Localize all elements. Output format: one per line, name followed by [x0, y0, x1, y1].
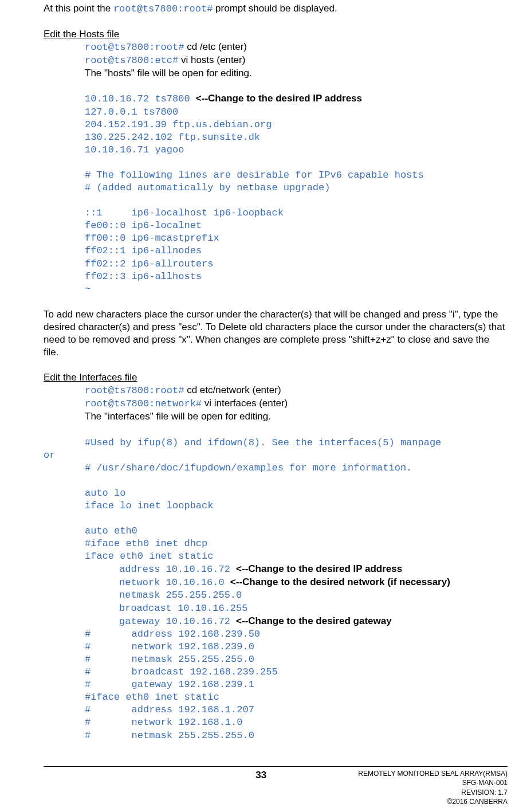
footer-copyright: ©2016 CANBERRA	[358, 797, 508, 806]
interfaces-file-line: #Used by ifup(8) and ifdown(8). See the …	[44, 436, 508, 449]
footer-title: REMOTELY MONITORED SEAL ARRAY(RMSA)	[358, 769, 508, 778]
interfaces-file-line: # address 192.168.239.50	[44, 628, 508, 641]
footer-doc: SFG-MAN-001	[358, 778, 508, 787]
hosts-file-line: ff00::0 ip6-mcastprefix	[44, 232, 508, 245]
interfaces-desc: The "interfaces" file will be open for e…	[44, 410, 508, 423]
hosts-cmd1: root@ts7800:root# cd /etc (enter)	[44, 41, 508, 54]
intro-suffix: prompt should be displayed.	[213, 3, 337, 14]
hosts-file-line: fe00::0 ip6-localnet	[44, 219, 508, 232]
interfaces-cmd2: root@ts7800:network# vi interfaces (ente…	[44, 397, 508, 410]
hosts-file-line: ff02::2 ip6-allrouters	[44, 258, 508, 270]
intro-prompt: root@ts7800:root#	[113, 3, 213, 14]
hosts-file-line: # The following lines are desirable for …	[44, 169, 508, 182]
hosts-file-line: 10.10.16.72 ts7800 <--Change to the desi…	[44, 92, 508, 105]
interfaces-file-line: # network 192.168.239.0	[44, 641, 508, 653]
interfaces-file-line: # /usr/share/doc/ifupdown/examples for m…	[44, 462, 508, 474]
footer-rev: REVISION: 1.7	[358, 788, 508, 797]
hosts-file-line: ff02::3 ip6-allhosts	[44, 270, 508, 283]
hosts-cmd2: root@ts7800:etc# vi hosts (enter)	[44, 54, 508, 67]
interfaces-file-line: #iface eth0 inet static	[44, 691, 508, 704]
vi-instructions: To add new characters place the cursor u…	[44, 308, 508, 359]
interfaces-file-line: # gateway 192.168.239.1	[44, 678, 508, 691]
interfaces-file-line: #iface eth0 inet dhcp	[44, 538, 508, 550]
interfaces-file-line: iface eth0 inet static	[44, 550, 508, 563]
hosts-file-line: 10.10.16.71 yagoo	[44, 144, 508, 156]
hosts-file-line: 127.0.0.1 ts7800	[44, 106, 508, 119]
page-number: 33	[44, 769, 358, 782]
footer-meta: REMOTELY MONITORED SEAL ARRAY(RMSA) SFG-…	[358, 769, 508, 806]
interfaces-file-line: auto lo	[44, 487, 508, 500]
interfaces-file-line: # netmask 255.255.255.0	[44, 653, 508, 666]
intro-prefix: At this point the	[44, 3, 113, 14]
interfaces-cmd1: root@ts7800:root# cd etc/network (enter)	[44, 384, 508, 397]
intro-line: At this point the root@ts7800:root# prom…	[44, 2, 508, 15]
interfaces-file-line: # network 192.168.1.0	[44, 716, 508, 729]
interfaces-file-line: # netmask 255.255.255.0	[44, 729, 508, 742]
interfaces-file-line: auto eth0	[44, 525, 508, 538]
interfaces-heading: Edit the Interfaces file	[44, 371, 508, 384]
hosts-file-line: 204.152.191.39 ftp.us.debian.org	[44, 119, 508, 131]
page-footer: 33 REMOTELY MONITORED SEAL ARRAY(RMSA) S…	[44, 766, 508, 806]
hosts-file-line: 130.225.242.102 ftp.sunsite.dk	[44, 131, 508, 144]
hosts-file-line: ff02::1 ip6-allnodes	[44, 245, 508, 257]
hosts-file-line: # (added automatically by netbase upgrad…	[44, 182, 508, 194]
hosts-file-line: ::1 ip6-localhost ip6-loopback	[44, 207, 508, 219]
hosts-heading: Edit the Hosts file	[44, 28, 508, 41]
interfaces-file-wrap: or	[44, 449, 508, 462]
interfaces-file-line: iface lo inet loopback	[44, 500, 508, 512]
interfaces-file-line: # address 192.168.1.207	[44, 704, 508, 716]
interfaces-file-line: netmask 255.255.255.0	[44, 589, 508, 602]
interfaces-file-line: address 10.10.16.72 <--Change to the des…	[44, 563, 508, 576]
hosts-desc: The "hosts" file will be open for editin…	[44, 67, 508, 80]
interfaces-file-line: network 10.10.16.0 <--Change to the desi…	[44, 576, 508, 589]
hosts-file-line: ~	[44, 283, 508, 296]
interfaces-file-line: broadcast 10.10.16.255	[44, 602, 508, 615]
interfaces-file-line: gateway 10.10.16.72 <--Change to the des…	[44, 615, 508, 628]
interfaces-file-line: # broadcast 192.168.239.255	[44, 666, 508, 678]
